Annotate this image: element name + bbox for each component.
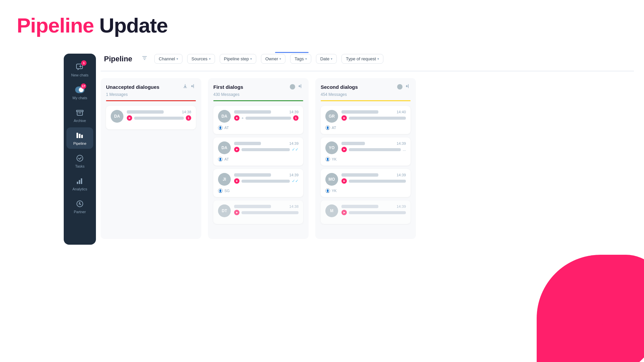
col-header-second: Second dialogs (321, 83, 411, 90)
card-info: 14:38 1 (127, 110, 191, 121)
title-pink: Pipeline (17, 14, 94, 37)
col-actions-first (290, 83, 303, 90)
col-actions (182, 83, 196, 90)
card-top: JI 14:39 ✓✓ (218, 173, 299, 186)
card-name-row: 14:39 (234, 110, 299, 114)
card-info: 14:39 ... (341, 141, 406, 152)
avatar: GR (325, 110, 338, 123)
owner-icon: 👤 (218, 125, 223, 130)
chat-card[interactable]: DA 14:38 1 (106, 106, 196, 129)
column-unaccepted: Unaccepted dialogues (101, 78, 201, 239)
card-top: M 14:39 (325, 204, 406, 217)
sidebar-item-pipeline[interactable]: Pipeline (66, 127, 93, 149)
card-name-row: 14:38 (127, 110, 191, 114)
toolbar: Pipeline Channel ▾ Sources ▾ Pipeline st… (101, 54, 634, 71)
avatar: DA (218, 141, 231, 154)
svg-rect-10 (79, 180, 80, 184)
check-marks: ✓✓ (292, 147, 299, 152)
avatar: JI (218, 173, 231, 186)
card-name-row: 14:39 (234, 141, 299, 145)
card-name-blur (127, 110, 164, 114)
tab-indicator (275, 52, 309, 53)
filter-button[interactable] (140, 54, 150, 64)
msg-blur (349, 180, 406, 183)
card-name-row: 14:39 (234, 173, 299, 177)
sidebar: 1 New chats 17 My chats Archive (64, 54, 96, 245)
sidebar-item-tasks[interactable]: Tasks (66, 150, 93, 172)
svg-text:$: $ (78, 202, 80, 205)
chat-card[interactable]: YO 14:39 ... 👤 (321, 137, 411, 166)
col-collapse-btn[interactable] (191, 83, 196, 90)
card-name-row: 14:38 (234, 204, 299, 208)
new-chats-badge: 1 (81, 60, 87, 66)
toolbar-title: Pipeline (104, 55, 132, 63)
owner-label: AT (224, 126, 229, 130)
card-top: MO 14:39 (325, 173, 406, 186)
channel-instagram-icon (127, 115, 132, 121)
card-owner: 👤 YK (325, 157, 406, 162)
chat-card[interactable]: DA 14:39 + 1 (213, 106, 303, 134)
card-info: 14:39 (341, 204, 406, 215)
title-dark: Update (94, 14, 168, 37)
filter-channel[interactable]: Channel ▾ (154, 54, 182, 64)
col-download-btn[interactable] (182, 83, 188, 90)
analytics-icon (75, 176, 85, 186)
filter-tags[interactable]: Tags ▾ (290, 54, 311, 64)
sidebar-label-archive: Archive (74, 119, 86, 123)
avatar: DA (218, 110, 231, 123)
filter-sources[interactable]: Sources ▾ (187, 54, 215, 64)
chat-card[interactable]: JI 14:39 ✓✓ 👤 (213, 169, 303, 197)
card-msg-row: ✓✓ (234, 178, 299, 184)
card-name-blur (341, 142, 365, 145)
svg-point-8 (77, 155, 83, 161)
card-name-blur (341, 173, 378, 177)
msg-blur (241, 148, 290, 151)
unread-badge: 1 (293, 115, 299, 121)
col-title-second: Second dialogs (321, 84, 358, 90)
sidebar-item-analytics[interactable]: Analytics (66, 173, 93, 194)
card-name-row: 14:40 (341, 110, 406, 114)
card-time: 14:39 (396, 141, 406, 145)
svg-rect-7 (81, 135, 83, 138)
sidebar-item-new-chats[interactable]: 1 New chats (66, 59, 93, 80)
col-bar-first (213, 100, 303, 101)
channel-icon (234, 115, 239, 121)
avatar: YO (325, 141, 338, 154)
chat-card[interactable]: GR 14:40 👤 AT (321, 106, 411, 134)
card-top: DA 14:39 ✓✓ (218, 141, 299, 154)
filter-date[interactable]: Date ▾ (316, 54, 337, 64)
unread-badge: 1 (186, 115, 191, 121)
sidebar-item-my-chats[interactable]: 17 My chats (66, 82, 93, 103)
card-time: 14:39 (289, 141, 299, 145)
col-collapse-btn-second[interactable] (405, 83, 411, 90)
svg-rect-11 (81, 178, 82, 184)
chat-card[interactable]: MO 14:39 👤 YK (321, 169, 411, 197)
col-collapse-btn-first[interactable] (298, 83, 303, 90)
chat-card[interactable]: DT 14:38 (213, 200, 303, 224)
plus-badge: + (241, 116, 244, 120)
chat-card[interactable]: DA 14:39 ✓✓ 👤 (213, 137, 303, 166)
owner-icon: 👤 (218, 157, 223, 162)
card-msg-row (341, 178, 406, 184)
sidebar-item-archive[interactable]: Archive (66, 105, 93, 126)
owner-label: YK (332, 189, 337, 193)
filter-owner[interactable]: Owner ▾ (261, 54, 285, 64)
card-info: 14:38 (234, 204, 299, 215)
card-msg-row: ✓✓ (234, 147, 299, 152)
avatar: DA (111, 110, 123, 123)
svg-rect-9 (77, 182, 78, 184)
col-title-unaccepted: Unaccepted dialogues (106, 84, 159, 90)
col-header-first: First dialogs (213, 83, 303, 90)
filter-pipeline-step[interactable]: Pipeline step ▾ (220, 54, 256, 64)
card-name-row: 14:39 (341, 141, 406, 145)
owner-label: AT (332, 126, 336, 130)
filter-type-of-request[interactable]: Type of request ▾ (341, 54, 383, 64)
sidebar-item-partner[interactable]: $ Partner (66, 196, 93, 217)
col-count-unaccepted: 1 Messages (106, 92, 196, 97)
avatar: DT (218, 204, 231, 217)
check-marks: ✓✓ (292, 179, 299, 183)
col-status-dot (397, 84, 402, 89)
chat-card[interactable]: M 14:39 (321, 200, 411, 224)
msg-blur (349, 211, 406, 214)
partner-icon: $ (75, 199, 85, 208)
